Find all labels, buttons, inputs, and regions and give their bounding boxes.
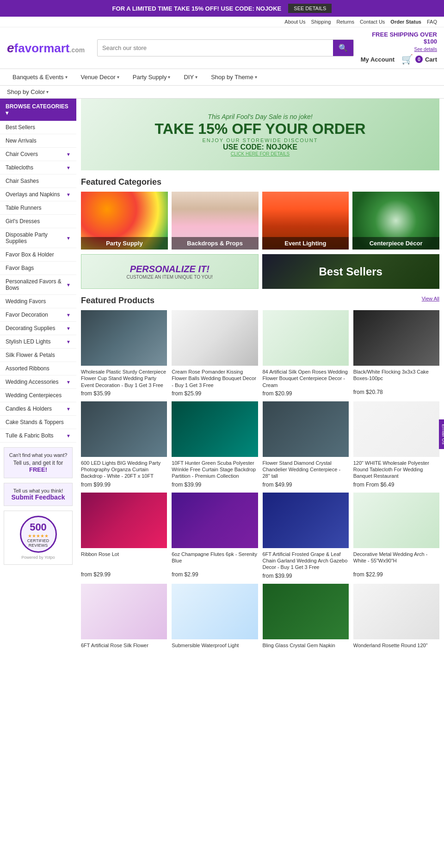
nav-banquets-events[interactable]: Banquets & Events▾ <box>7 69 73 85</box>
sidebar-item-wedding-centerpieces[interactable]: Wedding Centerpieces <box>0 389 76 402</box>
sidebar-item-chair-covers[interactable]: Chair Covers▼ <box>0 148 76 161</box>
product-13[interactable]: Submersible Waterproof Light <box>172 584 258 662</box>
reviews-text: CERTIFIED REVIEWS <box>21 538 56 548</box>
sidebar-item-favor-decoration[interactable]: Favor Decoration▼ <box>0 308 76 322</box>
utility-contact[interactable]: Contact Us <box>360 19 385 25</box>
promo-personalize[interactable]: PERSONALIZE IT! CUSTOMIZE AN ITEM UNIQUE… <box>81 254 259 289</box>
utility-nav: About Us Shipping Returns Contact Us Ord… <box>0 17 444 27</box>
product-6[interactable]: Flower Stand Diamond Crystal Chandelier … <box>263 401 349 488</box>
promo-bestsellers[interactable]: Best Sellers <box>262 254 440 289</box>
category-event-lighting[interactable]: Event Lighting <box>262 192 349 250</box>
view-all-link[interactable]: View All <box>422 296 439 301</box>
search-area: 🔍 <box>97 39 354 56</box>
free-shipping-see-details[interactable]: See details <box>414 47 437 52</box>
my-account-link[interactable]: My Account <box>361 56 395 63</box>
search-button[interactable]: 🔍 <box>333 40 353 56</box>
product-1[interactable]: Cream Rose Pomander Kissing Flower Balls… <box>172 310 258 397</box>
product-6-price: from $49.99 <box>263 481 349 488</box>
sidebar-item-candles[interactable]: Candles & Holders▼ <box>0 402 76 416</box>
sidebar-item-table-runners[interactable]: Table Runners <box>0 201 76 215</box>
main-content: This April Fool's Day Sale is no joke! T… <box>76 99 444 669</box>
product-4[interactable]: 600 LED Lights BIG Wedding Party Photogr… <box>81 401 167 488</box>
search-input[interactable] <box>98 41 333 55</box>
sidebar-item-decorating-supplies[interactable]: Decorating Supplies▼ <box>0 322 76 335</box>
product-3-title: Black/White Flocking 3x3x3 Cake Boxes-10… <box>353 368 439 387</box>
sidebar-promo-box[interactable]: Can't find what you want? Tell us, and g… <box>4 447 73 478</box>
product-2-img <box>263 310 349 366</box>
product-5[interactable]: 10FT Hunter Green Scuba Polyester Wrinkl… <box>172 401 258 488</box>
product-8-price: from $29.99 <box>81 571 167 578</box>
product-2[interactable]: 84 Artificial Silk Open Roses Wedding Fl… <box>263 310 349 397</box>
utility-about[interactable]: About Us <box>284 19 305 25</box>
product-4-title: 600 LED Lights BIG Wedding Party Photogr… <box>81 460 167 480</box>
product-10-img <box>263 493 349 548</box>
product-12[interactable]: 6FT Artificial Rose Silk Flower <box>81 584 167 662</box>
nav-shop-by-theme[interactable]: Shop by Theme▾ <box>205 69 263 85</box>
sidebar-item-tulle[interactable]: Tulle & Fabric Bolts▼ <box>0 429 76 443</box>
product-10[interactable]: 6FT Artificial Frosted Grape & Leaf Chai… <box>263 493 349 579</box>
product-9-img <box>172 493 258 548</box>
product-14[interactable]: Bling Glass Crystal Gem Napkin <box>263 584 349 662</box>
product-12-title: 6FT Artificial Rose Silk Flower <box>81 642 167 661</box>
sidebar-item-overlays-napkins[interactable]: Overlays and Napkins▼ <box>0 188 76 201</box>
utility-returns[interactable]: Returns <box>336 19 354 25</box>
sidebar-item-wedding-accessories[interactable]: Wedding Accessories▼ <box>0 375 76 389</box>
product-1-price: from $25.99 <box>172 390 258 397</box>
sidebar-promo-free: FREE! <box>9 466 68 473</box>
product-8-img <box>81 493 167 548</box>
product-15[interactable]: Wonderland Rosette Round 120" <box>353 584 439 662</box>
product-7[interactable]: 120" WHITE Wholesale Polyester Round Tab… <box>353 401 439 488</box>
category-backdrops-props[interactable]: Backdrops & Props <box>172 192 259 250</box>
featured-categories-title: Featured Categories <box>81 177 439 187</box>
category-party-supply[interactable]: Party Supply <box>81 192 168 250</box>
email-us-tab[interactable]: Email Us <box>439 419 444 449</box>
utility-shipping[interactable]: Shipping <box>311 19 331 25</box>
sidebar-item-favor-box[interactable]: Favor Box & Holder <box>0 248 76 262</box>
nav-diy[interactable]: DIY▾ <box>178 69 203 85</box>
sidebar-item-new-arrivals[interactable]: New Arrivals <box>0 134 76 148</box>
product-0[interactable]: Wholesale Plastic Sturdy Centerpiece Flo… <box>81 310 167 397</box>
product-4-img <box>81 401 167 457</box>
banner-see-details-button[interactable]: SEE DETAILS <box>288 4 332 13</box>
browse-categories-header[interactable]: BROWSE CATEGORIES ▾ <box>0 99 76 121</box>
sidebar-item-best-sellers[interactable]: Best Sellers <box>0 121 76 134</box>
product-11[interactable]: Decorative Metal Wedding Arch - White - … <box>353 493 439 579</box>
promo-bestsellers-text: Best Sellers <box>319 265 382 278</box>
sidebar-item-led-lights[interactable]: Stylish LED Lights▼ <box>0 335 76 349</box>
hero-banner[interactable]: This April Fool's Day Sale is no joke! T… <box>81 99 439 170</box>
logo-area[interactable]: efavormart.com <box>7 41 90 56</box>
product-9[interactable]: 6oz Champagne Flutes 6pk - Serenity Blue… <box>172 493 258 579</box>
sidebar-item-wedding-favors[interactable]: Wedding Favors <box>0 295 76 308</box>
header-actions: My Account 🛒 0 Cart <box>361 54 437 65</box>
sidebar-item-ribbons[interactable]: Assorted Ribbons <box>0 362 76 375</box>
free-shipping-label: FREE SHIPPING OVER $100 <box>372 31 437 45</box>
product-1-title: Cream Rose Pomander Kissing Flower Balls… <box>172 368 258 388</box>
sidebar-item-girls-dresses[interactable]: Girl's Dresses <box>0 215 76 228</box>
product-0-price: from $35.99 <box>81 390 167 397</box>
nav-shop-by-color[interactable]: Shop by Color▾ <box>7 88 49 95</box>
product-8[interactable]: Ribbon Rose Lot from $29.99 <box>81 493 167 579</box>
hero-sub1: This April Fool's Day Sale is no joke! <box>155 113 366 120</box>
cart-icon: 🛒 <box>401 54 413 65</box>
sidebar-feedback-box[interactable]: Tell us what you think! Submit Feedback <box>4 483 73 506</box>
cart-button[interactable]: 🛒 0 Cart <box>401 54 437 65</box>
product-3-img <box>353 310 439 366</box>
hero-sub2: ENJOY OUR STOREWIDE DISCOUNT <box>155 137 366 143</box>
sidebar-item-cake-stands[interactable]: Cake Stands & Toppers <box>0 416 76 429</box>
sidebar-item-silk-flower[interactable]: Silk Flower & Petals <box>0 349 76 362</box>
submit-feedback-link[interactable]: Submit Feedback <box>9 493 68 501</box>
sidebar-item-tablecloths[interactable]: Tablecloths▼ <box>0 161 76 175</box>
nav-party-supply[interactable]: Party Supply▾ <box>127 69 176 85</box>
product-3[interactable]: Black/White Flocking 3x3x3 Cake Boxes-10… <box>353 310 439 397</box>
sidebar-item-disposable[interactable]: Disposable Party Supplies▼ <box>0 228 76 248</box>
category-centerpiece-decor[interactable]: Centerpiece Décor <box>352 192 439 250</box>
sidebar-item-chair-sashes[interactable]: Chair Sashes <box>0 175 76 188</box>
sidebar-item-personalized-favors[interactable]: Personalized Favors & Bows▼ <box>0 275 76 295</box>
sidebar-item-favor-bags[interactable]: Favor Bags <box>0 262 76 275</box>
nav-venue-decor[interactable]: Venue Decor▾ <box>75 69 125 85</box>
hero-click[interactable]: CLICK HERE FOR DETAILS <box>155 151 366 156</box>
utility-faq[interactable]: FAQ <box>427 19 437 25</box>
utility-order-status[interactable]: Order Status <box>390 19 421 25</box>
sub-nav: Shop by Color▾ <box>0 86 444 99</box>
cart-label: Cart <box>425 56 437 63</box>
